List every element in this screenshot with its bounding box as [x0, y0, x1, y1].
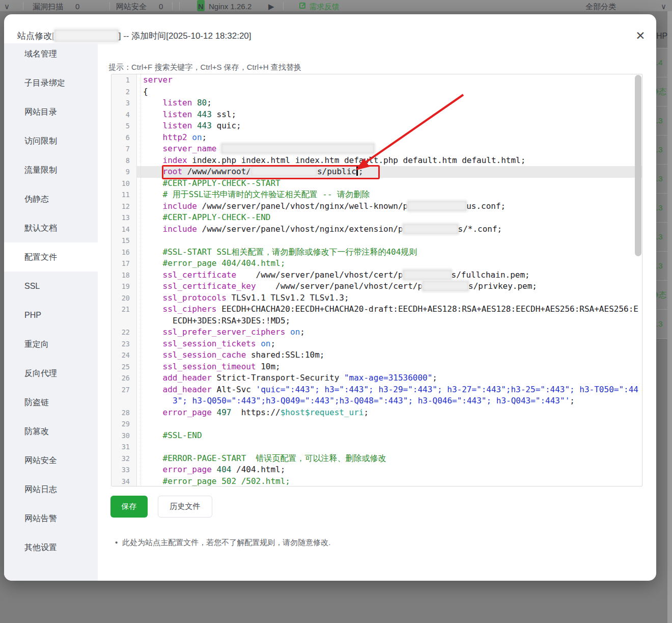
code-line-18: 18 ssl_certificate /www/server/panel/vho…: [111, 269, 642, 281]
sidebar-item-14[interactable]: 防篡改: [4, 417, 98, 446]
redaction-blur: [221, 144, 374, 153]
code-line-20: 20 ssl_protocols TLSv1.1 TLSv1.2 TLSv1.3…: [111, 292, 642, 304]
redaction-blur: [251, 167, 317, 176]
code-line-1: 1server: [111, 74, 642, 86]
code-text: root /www/wwwroot/s/public;: [137, 166, 642, 178]
sidebar-item-8[interactable]: 配置文件: [4, 242, 98, 272]
code-text: [137, 235, 642, 247]
line-number: 34: [111, 476, 137, 487]
code-line-34: 34 #error_page 502 /502.html;: [111, 476, 642, 487]
sidebar-item-10[interactable]: PHP: [4, 301, 98, 330]
line-number: 13: [111, 212, 137, 224]
code-text: #error_page 404/404.html;: [137, 258, 642, 269]
code-line-11: 11 # 用于SSL证书申请时的文件验证相关配置 -- 请勿删除: [111, 189, 642, 201]
sidebar-item-2[interactable]: 子目录绑定: [4, 68, 98, 97]
code-text: include /www/server/panel/vhost/nginx/we…: [137, 201, 642, 212]
line-number: 25: [111, 361, 137, 373]
code-text: #error_page 502 /502.html;: [137, 476, 642, 487]
sidebar-item-9[interactable]: SSL: [4, 272, 98, 301]
code-line-26: 26 add_header Strict-Transport-Security …: [111, 372, 642, 384]
sidebar-item-12[interactable]: 反向代理: [4, 359, 98, 388]
site-edit-modal: 站点修改[] -- 添加时间[2025-10-12 18:32:20] ✕ 域名…: [4, 14, 656, 581]
code-text: ssl_ciphers EECDH+CHACHA20:EECDH+CHACHA2…: [137, 304, 642, 327]
code-text: #SSL-END: [137, 430, 642, 442]
code-line-33: 33 error_page 404 /404.html;: [111, 464, 642, 476]
code-text: index index.php index.html index.htm def…: [137, 155, 642, 167]
code-text: add_header Strict-Transport-Security "ma…: [137, 372, 642, 384]
line-number: 5: [111, 120, 137, 132]
code-text: include /www/server/panel/vhost/nginx/ex…: [137, 224, 642, 235]
close-icon[interactable]: ✕: [630, 25, 651, 46]
code-text: ssl_session_timeout 10m;: [137, 361, 642, 373]
line-number: 23: [111, 338, 137, 350]
line-number: 32: [111, 453, 137, 465]
sidebar-item-13[interactable]: 防盗链: [4, 388, 98, 417]
sidebar-item-5[interactable]: 流量限制: [4, 155, 98, 184]
code-line-8: 8 index index.php index.html index.htm d…: [111, 155, 642, 167]
line-number: 6: [111, 132, 137, 144]
sidebar-item-15[interactable]: 网站安全: [4, 446, 98, 475]
sidebar-item-17[interactable]: 网站告警: [4, 504, 98, 533]
line-number: 17: [111, 258, 137, 269]
code-line-25: 25 ssl_session_timeout 10m;: [111, 361, 642, 373]
line-number: 15: [111, 235, 137, 247]
code-line-22: 22 ssl_prefer_server_ciphers on;: [111, 327, 642, 338]
modal-title: 站点修改[] -- 添加时间[2025-10-12 18:32:20]: [17, 30, 251, 42]
line-number: 19: [111, 281, 137, 292]
text-cursor: [356, 167, 358, 176]
sidebar-item-1[interactable]: 域名管理: [4, 43, 98, 68]
line-number: 4: [111, 109, 137, 121]
sidebar-item-7[interactable]: 默认文档: [4, 213, 98, 242]
redaction-blur: [403, 270, 452, 280]
code-line-29: 29: [111, 418, 642, 430]
code-line-17: 17 #error_page 404/404.html;: [111, 258, 642, 269]
editor-scrollbar-thumb[interactable]: [635, 75, 641, 256]
code-text: ssl_certificate /www/server/panel/vhost/…: [137, 269, 642, 281]
sidebar-item-6[interactable]: 伪静态: [4, 184, 98, 213]
sidebar-item-3[interactable]: 网站目录: [4, 97, 98, 126]
code-text: #CERT-APPLY-CHECK--END: [137, 212, 642, 224]
code-line-16: 16 #SSL-START SSL相关配置，请勿删除或修改下一行带注释的404规…: [111, 247, 642, 258]
code-text: ssl_prefer_server_ciphers on;: [137, 327, 642, 338]
footer-note-text: 此处为站点主配置文件，若您不了解配置规则，请勿随意修改.: [122, 538, 330, 547]
code-line-7: 7 server_name: [111, 143, 642, 155]
redaction-blur: [423, 281, 468, 291]
code-line-10: 10 #CERT-APPLY-CHECK--START: [111, 178, 642, 189]
code-line-21: 21 ssl_ciphers EECDH+CHACHA20:EECDH+CHAC…: [111, 304, 642, 327]
line-number: 8: [111, 155, 137, 167]
line-number: 10: [111, 178, 137, 189]
code-text: ssl_certificate_key /www/server/panel/vh…: [137, 281, 642, 292]
line-number: 33: [111, 464, 137, 476]
sidebar-item-16[interactable]: 网站日志: [4, 475, 98, 504]
line-number: 29: [111, 418, 137, 430]
code-text: [137, 441, 642, 453]
line-number: 14: [111, 224, 137, 235]
code-text: listen 443 ssl;: [137, 109, 642, 121]
code-text: server_name: [137, 143, 642, 155]
line-number: 21: [111, 304, 137, 327]
line-number: 2: [111, 86, 137, 98]
code-text: server: [137, 74, 642, 86]
line-number: 28: [111, 407, 137, 419]
line-number: 11: [111, 189, 137, 201]
line-number: 26: [111, 372, 137, 384]
line-number: 1: [111, 74, 137, 86]
code-line-4: 4 listen 443 ssl;: [111, 109, 642, 121]
sidebar-item-4[interactable]: 访问限制: [4, 126, 98, 155]
sidebar-item-18[interactable]: 其他设置: [4, 533, 98, 562]
save-button[interactable]: 保存: [110, 496, 148, 518]
code-text: error_page 497 https://$host$request_uri…: [137, 407, 642, 419]
code-line-12: 12 include /www/server/panel/vhost/nginx…: [111, 201, 642, 212]
code-text: [137, 418, 642, 430]
code-text: ssl_session_cache shared:SSL:10m;: [137, 349, 642, 361]
code-line-32: 32 #ERROR-PAGE-START 错误页配置，可以注释、删除或修改: [111, 453, 642, 465]
line-number: 3: [111, 97, 137, 109]
code-line-13: 13 #CERT-APPLY-CHECK--END: [111, 212, 642, 224]
code-line-15: 15: [111, 235, 642, 247]
code-text: listen 443 quic;: [137, 120, 642, 132]
history-button[interactable]: 历史文件: [158, 496, 212, 518]
sidebar-item-11[interactable]: 重定向: [4, 330, 98, 359]
config-editor[interactable]: 1server2{3 listen 80;4 listen 443 ssl;5 …: [111, 74, 642, 486]
code-line-31: 31: [111, 441, 642, 453]
modal-title-suffix: ] -- 添加时间[2025-10-12 18:32:20]: [119, 31, 251, 41]
